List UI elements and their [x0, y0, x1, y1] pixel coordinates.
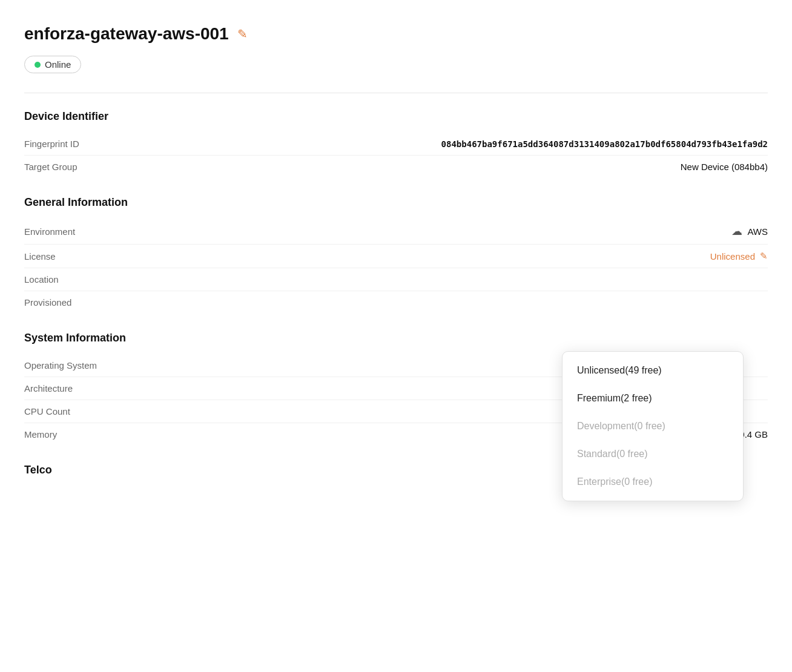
device-identifier-section: Device Identifier Fingerprint ID 084bb46… [24, 110, 768, 178]
memory-label: Memory [24, 429, 57, 440]
target-group-value: New Device (084bb4) [681, 162, 768, 172]
status-label: Online [45, 59, 71, 70]
license-option-freemium[interactable]: Freemium(2 free) [563, 384, 743, 412]
license-option-enterprise: Enterprise(0 free) [563, 468, 743, 496]
location-label: Location [24, 274, 59, 285]
cpu-count-label: CPU Count [24, 406, 70, 417]
license-text: Unlicensed [710, 251, 755, 262]
divider [24, 93, 768, 93]
license-option-standard: Standard(0 free) [563, 440, 743, 468]
environment-label: Environment [24, 226, 75, 237]
general-information-section: General Information Environment ☁ AWS Li… [24, 196, 768, 314]
system-information-title: System Information [24, 332, 768, 344]
fingerprint-value: 084bb467ba9f671a5dd364087d3131409a802a17… [441, 139, 768, 149]
device-identifier-title: Device Identifier [24, 110, 768, 123]
general-information-title: General Information [24, 196, 768, 209]
status-dot [35, 62, 41, 68]
license-option-unlicensed[interactable]: Unlicensed(49 free) [563, 357, 743, 384]
license-label: License [24, 251, 56, 262]
page-title: enforza-gateway-aws-001 [24, 24, 229, 44]
architecture-label: Architecture [24, 383, 73, 394]
cloud-icon: ☁ [731, 225, 742, 238]
os-label: Operating System [24, 360, 97, 371]
page-header: enforza-gateway-aws-001 ✎ [24, 24, 768, 44]
edit-title-icon[interactable]: ✎ [237, 27, 248, 41]
target-group-label: Target Group [24, 162, 78, 172]
license-row: License Unlicensed ✎ [24, 245, 768, 268]
location-row: Location [24, 268, 768, 291]
provisioned-row: Provisioned [24, 291, 768, 314]
memory-value: 0.4 GB [739, 429, 768, 440]
license-value: Unlicensed ✎ [710, 251, 768, 262]
environment-text: AWS [747, 226, 768, 237]
fingerprint-row: Fingerprint ID 084bb467ba9f671a5dd364087… [24, 133, 768, 156]
environment-row: Environment ☁ AWS [24, 219, 768, 245]
target-group-row: Target Group New Device (084bb4) [24, 156, 768, 178]
provisioned-label: Provisioned [24, 297, 71, 308]
status-badge: Online [24, 56, 81, 73]
fingerprint-label: Fingerprint ID [24, 139, 79, 149]
environment-value: ☁ AWS [731, 225, 768, 238]
license-edit-icon[interactable]: ✎ [760, 251, 768, 262]
license-option-development: Development(0 free) [563, 412, 743, 440]
license-dropdown: Unlicensed(49 free) Freemium(2 free) Dev… [562, 351, 744, 501]
